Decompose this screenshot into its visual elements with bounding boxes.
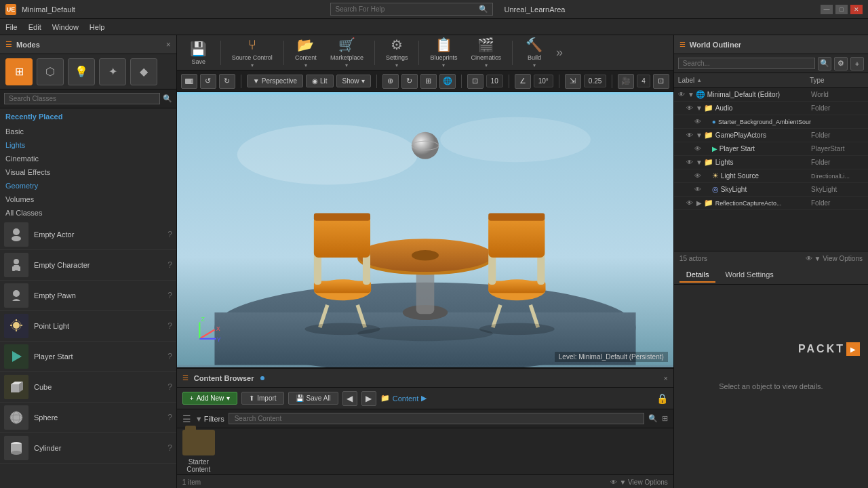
search-classes-icon[interactable]: 🔍 (163, 94, 172, 103)
visibility-icon[interactable]: 👁 (693, 144, 703, 154)
table-row[interactable]: 👁 ▶ ▶ Player Start PlayerStart (674, 142, 868, 156)
visibility-icon[interactable]: 👁 (685, 131, 694, 140)
visibility-icon[interactable]: 👁 (685, 158, 694, 167)
tab-details[interactable]: Details (679, 268, 716, 283)
sphere-help-icon[interactable]: ? (167, 413, 172, 422)
tab-world-settings[interactable]: World Settings (718, 268, 780, 283)
category-volumes[interactable]: Volumes (0, 192, 176, 206)
place-btn-geometry[interactable]: ◆ (130, 58, 157, 85)
build-button[interactable]: 🔨 Build ▾ (518, 34, 551, 71)
table-row[interactable]: 👁 ▶ ☀ Light Source DirectionalLi... (674, 169, 868, 183)
place-btn-lights[interactable]: 💡 (68, 58, 95, 85)
maximize-button[interactable]: □ (835, 5, 848, 14)
visibility-icon[interactable]: 👁 (693, 117, 703, 127)
category-geometry[interactable]: Geometry (0, 179, 176, 192)
viewport-camera-icon[interactable] (181, 74, 197, 89)
list-item[interactable]: Empty Pawn ? (0, 281, 176, 311)
filters-button[interactable]: ▼ Filters (195, 415, 224, 423)
visibility-icon[interactable]: 👁 (685, 199, 694, 208)
import-button[interactable]: ⬆ Import (241, 392, 283, 405)
list-item[interactable]: Cube ? (0, 372, 176, 403)
search-classes-input[interactable] (4, 93, 160, 104)
table-row[interactable]: 👁 ▶ ● Starter_Background_AmbientSour (674, 115, 868, 129)
list-item[interactable]: Cylinder ? (0, 433, 176, 464)
save-all-button[interactable]: 💾 Save All (288, 392, 338, 405)
nav-forward-button[interactable]: ▶ (361, 391, 376, 406)
blueprints-button[interactable]: 📋 Blueprints ▾ (425, 34, 462, 71)
show-button[interactable]: Show ▾ (336, 75, 371, 87)
path-arrow[interactable]: ▶ (421, 394, 427, 403)
cube-help-icon[interactable]: ? (167, 382, 172, 392)
category-basic[interactable]: Basic (0, 125, 176, 138)
perspective-button[interactable]: ▼ Perspective (247, 75, 303, 87)
camera-speed-icon[interactable]: 🎥 (618, 74, 634, 89)
wo-search-input[interactable] (678, 58, 815, 69)
menu-window[interactable]: Window (52, 23, 79, 31)
scale-icon[interactable]: ⊞ (420, 74, 437, 89)
filter-list-icon[interactable]: ☰ (182, 413, 191, 424)
visibility-icon[interactable]: 👁 (693, 171, 703, 181)
grid-size[interactable]: 10 (486, 75, 503, 87)
category-visual-effects[interactable]: Visual Effects (0, 165, 176, 179)
viewport[interactable]: X Z Y Level: Minimal_Default (Persistent… (177, 92, 673, 367)
content-search-icon[interactable]: 🔍 (648, 414, 658, 423)
table-row[interactable]: 👁 ▼ 📁 GamePlayActors Folder (674, 129, 868, 142)
list-item[interactable]: Point Light ? (0, 311, 176, 342)
marketplace-button[interactable]: 🛒 Marketplace ▾ (325, 34, 369, 71)
visibility-icon[interactable]: 👁 (677, 90, 686, 100)
list-item[interactable]: Player Start ? (0, 342, 176, 372)
player-start-help-icon[interactable]: ? (167, 352, 172, 361)
expand-icon[interactable]: ▼ (686, 90, 696, 100)
angle-snap-icon[interactable]: ∠ (515, 74, 531, 89)
empty-pawn-help-icon[interactable]: ? (167, 291, 172, 300)
save-button[interactable]: 💾 Save (182, 38, 215, 68)
lit-button[interactable]: ◉ Lit (306, 75, 334, 87)
scale-snap[interactable]: 0.25 (584, 75, 606, 87)
rotation-snap[interactable]: 10° (534, 75, 553, 87)
table-row[interactable]: 👁 ▼ 📁 Audio Folder (674, 102, 868, 115)
category-cinematic[interactable]: Cinematic (0, 152, 176, 165)
expand-icon[interactable]: ▼ (694, 158, 704, 167)
category-lights[interactable]: Lights (0, 138, 176, 152)
toolbar-more-button[interactable]: » (556, 45, 563, 60)
cinematics-button[interactable]: 🎬 Cinematics ▾ (465, 34, 507, 71)
list-item[interactable]: Sphere ? (0, 403, 176, 433)
settings-button[interactable]: ⚙ Settings ▾ (380, 34, 414, 71)
rotate-icon[interactable]: ↻ (401, 74, 418, 89)
modes-close[interactable]: × (166, 40, 171, 49)
visibility-icon[interactable]: 👁 (693, 185, 703, 195)
point-light-help-icon[interactable]: ? (167, 321, 172, 331)
path-label[interactable]: Content (393, 394, 419, 403)
close-button[interactable]: ✕ (850, 5, 863, 14)
table-row[interactable]: 👁 ▶ ◎ SkyLight SkyLight (674, 183, 868, 197)
content-button[interactable]: 📂 Content ▾ (290, 34, 322, 71)
wo-settings-icon[interactable]: ⚙ (834, 57, 848, 70)
place-btn-recently[interactable]: ⊞ (5, 58, 33, 85)
search-content-input[interactable] (229, 413, 644, 424)
nav-back-button[interactable]: ◀ (342, 391, 357, 406)
wo-view-options-button[interactable]: 👁 ▼ View Options (806, 255, 863, 262)
expand-icon[interactable]: ▼ (694, 104, 704, 113)
cylinder-help-icon[interactable]: ? (167, 443, 172, 453)
empty-actor-help-icon[interactable]: ? (167, 230, 172, 239)
content-grid-icon[interactable]: ⊞ (662, 414, 668, 423)
world-icon[interactable]: 🌐 (439, 74, 456, 89)
scale-snap-icon[interactable]: ⇲ (565, 74, 581, 89)
starter-content-folder[interactable]: Starter Content (182, 430, 215, 473)
minimize-button[interactable]: — (821, 5, 833, 14)
content-lock-icon[interactable]: 🔒 (656, 393, 668, 404)
expand-icon[interactable]: ▶ (694, 199, 704, 208)
source-control-button[interactable]: ⑂ Source Control ▾ (226, 35, 278, 71)
content-browser-close[interactable]: × (663, 374, 667, 382)
expand-icon[interactable]: ▼ (694, 131, 704, 140)
snap-icon[interactable]: ⊡ (467, 74, 484, 89)
wo-sort-arrow[interactable]: ▲ (696, 77, 702, 83)
camera-speed[interactable]: 4 (637, 75, 650, 87)
table-row[interactable]: 👁 ▼ 🌐 Minimal_Default (Editor) World (674, 88, 868, 102)
menu-edit[interactable]: Edit (28, 23, 41, 31)
translate-icon[interactable]: ⊕ (382, 74, 399, 89)
content-view-options-button[interactable]: 👁 ▼ View Options (610, 479, 667, 486)
list-item[interactable]: Empty Actor ? (0, 220, 176, 250)
wo-add-icon[interactable]: + (850, 57, 864, 70)
help-search-input[interactable] (335, 5, 476, 13)
